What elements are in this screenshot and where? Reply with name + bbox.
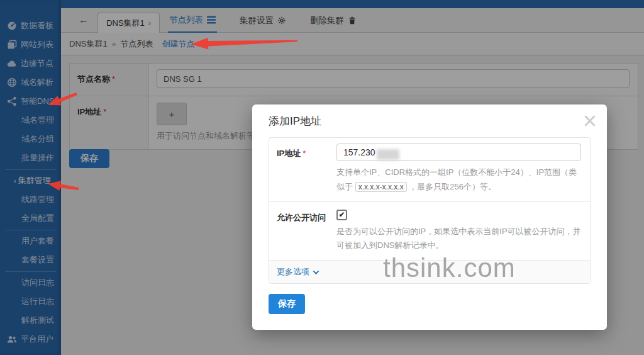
modal-ip-input[interactable]: 157.230 xyxy=(336,144,581,161)
modal-form: IP地址* 157.230 支持单个IP、CIDR格式的一组IP（位数不能小于2… xyxy=(269,137,591,284)
chevron-down-icon xyxy=(313,268,319,274)
more-options-strip: 更多选项 xyxy=(269,260,590,283)
public-access-help: 是否为可以公开访问的IP，如果选中表示当前IP可以被公开访问，并可被加入到DNS… xyxy=(336,225,581,254)
ip-range-format-code: x.x.x.x-x.x.x.x xyxy=(355,182,407,192)
redacted-ip-blur xyxy=(377,149,399,160)
modal-row-public: 允许公开访问 ✔ 是否为可以公开访问的IP，如果选中表示当前IP可以被公开访问，… xyxy=(269,201,590,261)
modal-title: 添加IP地址 xyxy=(252,104,607,128)
modal-save-button[interactable]: 保存 xyxy=(269,294,305,314)
modal-row-ip: IP地址* 157.230 支持单个IP、CIDR格式的一组IP（位数不能小于2… xyxy=(269,138,590,201)
close-icon[interactable]: × xyxy=(583,107,597,136)
public-access-checkbox[interactable]: ✔ xyxy=(336,210,347,220)
modal-ip-label: IP地址* xyxy=(269,138,336,201)
ip-value: 157.230 xyxy=(343,147,375,157)
required-mark: * xyxy=(303,149,306,158)
more-options-link[interactable]: 更多选项 xyxy=(277,266,318,278)
public-access-label: 允许公开访问 xyxy=(269,202,336,261)
add-ip-modal: 添加IP地址 × IP地址* 157.230 支持单个IP、CIDR格式的一组I… xyxy=(252,104,607,330)
modal-ip-help: 支持单个IP、CIDR格式的一组IP（位数不能小于24）、IP范围（类似于 x.… xyxy=(336,166,581,194)
